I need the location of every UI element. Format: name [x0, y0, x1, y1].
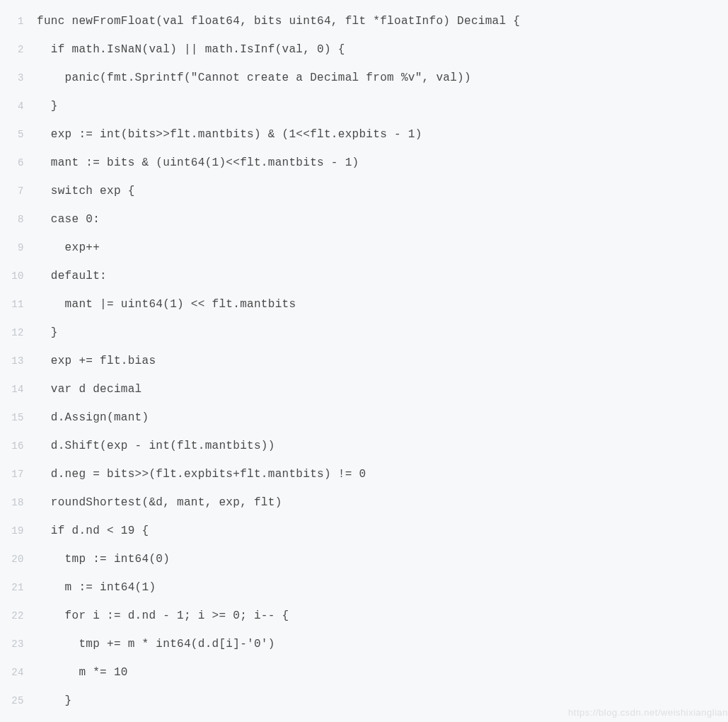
code-line: 9 exp++	[0, 234, 728, 262]
code-line: 10 default:	[0, 262, 728, 290]
code-text: }	[24, 326, 58, 339]
code-line: 19 if d.nd < 19 {	[0, 517, 728, 545]
line-number: 11	[0, 299, 24, 310]
code-text: roundShortest(&d, mant, exp, flt)	[24, 496, 282, 509]
code-line: 8 case 0:	[0, 205, 728, 234]
code-text: default:	[24, 270, 107, 282]
code-line: 3 panic(fmt.Sprintf("Cannot create a Dec…	[0, 64, 728, 92]
line-number: 10	[0, 270, 24, 282]
code-line: 21 m := int64(1)	[0, 573, 728, 602]
code-text: tmp := int64(0)	[24, 553, 170, 566]
line-number: 15	[0, 412, 24, 423]
code-text: }	[24, 694, 72, 707]
line-number: 20	[0, 554, 24, 565]
code-line: 12 }	[0, 319, 728, 347]
code-line: 5 exp := int(bits>>flt.mantbits) & (1<<f…	[0, 120, 728, 149]
line-number: 7	[0, 185, 24, 197]
code-line: 17 d.neg = bits>>(flt.expbits+flt.mantbi…	[0, 460, 728, 488]
line-number: 2	[0, 44, 24, 55]
line-number: 23	[0, 638, 24, 650]
line-number: 24	[0, 667, 24, 678]
code-line: 22 for i := d.nd - 1; i >= 0; i-- {	[0, 602, 728, 630]
code-text: var d decimal	[24, 383, 142, 396]
code-text: }	[24, 100, 58, 113]
watermark-text: https://blog.csdn.net/weishixianglian	[568, 707, 728, 718]
line-number: 13	[0, 355, 24, 367]
code-text: switch exp {	[24, 185, 135, 197]
line-number: 9	[0, 242, 24, 253]
line-number: 14	[0, 384, 24, 395]
code-line: 14 var d decimal	[0, 375, 728, 403]
code-text: exp += flt.bias	[24, 355, 156, 367]
line-number: 3	[0, 72, 24, 84]
code-text: m := int64(1)	[24, 581, 156, 594]
code-text: exp := int(bits>>flt.mantbits) & (1<<flt…	[24, 128, 422, 141]
code-text: d.Assign(mant)	[24, 411, 149, 424]
code-text: exp++	[24, 241, 100, 254]
code-line: 7 switch exp {	[0, 177, 728, 205]
line-number: 19	[0, 525, 24, 537]
line-number: 8	[0, 214, 24, 225]
code-text: panic(fmt.Sprintf("Cannot create a Decim…	[24, 71, 471, 84]
code-text: d.neg = bits>>(flt.expbits+flt.mantbits)…	[24, 468, 366, 481]
line-number: 12	[0, 327, 24, 338]
code-line: 4 }	[0, 92, 728, 120]
code-text: d.Shift(exp - int(flt.mantbits))	[24, 440, 275, 452]
line-number: 22	[0, 610, 24, 621]
code-line: 13 exp += flt.bias	[0, 347, 728, 375]
code-block: 1func newFromFloat(val float64, bits uin…	[0, 0, 728, 722]
line-number: 17	[0, 469, 24, 480]
code-line: 24 m *= 10	[0, 658, 728, 687]
code-text: tmp += m * int64(d.d[i]-'0')	[24, 638, 275, 651]
code-text: case 0:	[24, 213, 100, 226]
line-number: 16	[0, 440, 24, 452]
line-number: 21	[0, 582, 24, 593]
code-line: 15 d.Assign(mant)	[0, 403, 728, 432]
code-line: 2 if math.IsNaN(val) || math.IsInf(val, …	[0, 35, 728, 64]
line-number: 18	[0, 497, 24, 508]
code-line: 1func newFromFloat(val float64, bits uin…	[0, 7, 728, 35]
code-text: if math.IsNaN(val) || math.IsInf(val, 0)…	[24, 43, 345, 56]
line-number: 6	[0, 157, 24, 168]
code-text: mant |= uint64(1) << flt.mantbits	[24, 298, 296, 311]
code-text: if d.nd < 19 {	[24, 525, 149, 537]
line-number: 25	[0, 695, 24, 706]
code-text: for i := d.nd - 1; i >= 0; i-- {	[24, 609, 289, 622]
code-line: 20 tmp := int64(0)	[0, 545, 728, 573]
code-line: 6 mant := bits & (uint64(1)<<flt.mantbit…	[0, 149, 728, 177]
code-line: 23 tmp += m * int64(d.d[i]-'0')	[0, 630, 728, 658]
line-number: 5	[0, 129, 24, 140]
code-line: 16 d.Shift(exp - int(flt.mantbits))	[0, 432, 728, 460]
code-text: mant := bits & (uint64(1)<<flt.mantbits …	[24, 156, 359, 169]
code-text: m *= 10	[24, 666, 128, 679]
line-number: 4	[0, 101, 24, 112]
code-line: 11 mant |= uint64(1) << flt.mantbits	[0, 290, 728, 319]
code-text: func newFromFloat(val float64, bits uint…	[24, 15, 520, 28]
line-number: 1	[0, 16, 24, 27]
code-line: 18 roundShortest(&d, mant, exp, flt)	[0, 488, 728, 517]
